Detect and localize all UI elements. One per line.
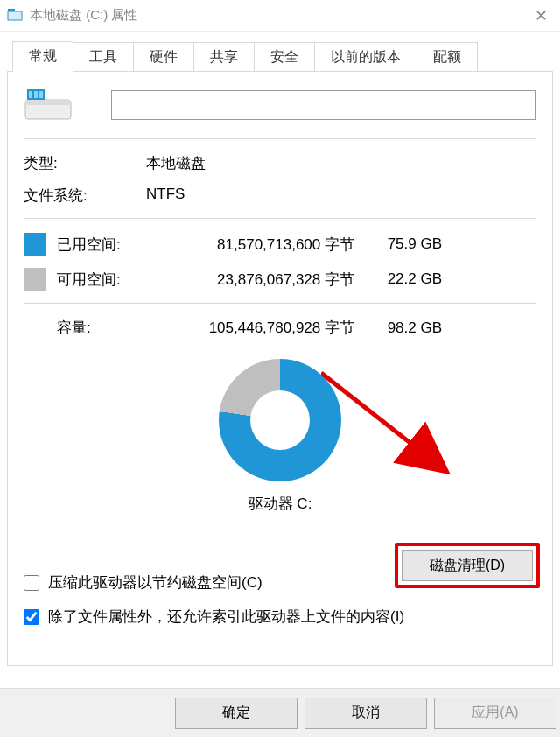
ok-button[interactable]: 确定 xyxy=(175,698,298,729)
compress-checkbox-label: 压缩此驱动器以节约磁盘空间(C) xyxy=(48,572,262,593)
separator xyxy=(24,138,536,139)
filesystem-value: NTFS xyxy=(146,186,536,206)
drive-letter-label: 驱动器 C: xyxy=(24,494,536,514)
separator xyxy=(24,303,536,304)
capacity-hr: 98.2 GB xyxy=(363,319,442,337)
svg-rect-5 xyxy=(29,91,32,98)
index-checkbox[interactable] xyxy=(24,609,39,625)
tab-security[interactable]: 安全 xyxy=(254,42,315,72)
svg-rect-0 xyxy=(8,11,22,20)
separator xyxy=(24,218,536,219)
svg-rect-1 xyxy=(8,9,15,11)
drive-name-input[interactable] xyxy=(111,90,536,120)
tab-quota[interactable]: 配额 xyxy=(416,42,478,72)
drive-icon-small xyxy=(7,8,23,24)
free-space-hr: 22.2 GB xyxy=(363,270,442,288)
close-icon[interactable]: ✕ xyxy=(529,6,553,25)
free-swatch-icon xyxy=(24,268,46,291)
apply-button[interactable]: 应用(A) xyxy=(434,698,556,729)
annotation-arrow-icon xyxy=(321,366,470,488)
tab-hardware[interactable]: 硬件 xyxy=(133,42,194,72)
capacity-bytes: 105,446,780,928 字节 xyxy=(171,318,363,338)
type-label: 类型: xyxy=(24,153,146,173)
filesystem-label: 文件系统: xyxy=(24,186,146,206)
dialog-buttons: 确定 取消 应用(A) xyxy=(0,688,560,737)
tab-previous-versions[interactable]: 以前的版本 xyxy=(314,42,417,72)
window-title: 本地磁盘 (C:) 属性 xyxy=(30,7,529,24)
capacity-label: 容量: xyxy=(24,318,171,338)
compress-checkbox[interactable] xyxy=(24,575,39,591)
used-space-label: 已用空间: xyxy=(57,235,171,255)
cancel-button[interactable]: 取消 xyxy=(304,698,427,729)
used-space-hr: 75.9 GB xyxy=(363,235,442,253)
tab-panel-general: 类型: 本地磁盘 文件系统: NTFS 已用空间: 81,570,713,600… xyxy=(7,71,553,666)
free-space-bytes: 23,876,067,328 字节 xyxy=(171,270,363,290)
tabs: 常规 工具 硬件 共享 安全 以前的版本 配额 xyxy=(12,40,553,71)
usage-chart xyxy=(24,350,536,490)
svg-rect-7 xyxy=(39,91,43,98)
annotation-highlight: 磁盘清理(D) xyxy=(395,543,540,588)
drive-icon xyxy=(24,88,73,123)
used-swatch-icon xyxy=(24,233,46,256)
index-checkbox-label: 除了文件属性外，还允许索引此驱动器上文件的内容(I) xyxy=(48,607,404,627)
donut-icon xyxy=(219,359,341,481)
tab-sharing[interactable]: 共享 xyxy=(193,42,255,72)
titlebar: 本地磁盘 (C:) 属性 ✕ xyxy=(0,0,560,32)
svg-rect-6 xyxy=(34,91,38,98)
tab-tools[interactable]: 工具 xyxy=(73,42,134,72)
svg-rect-3 xyxy=(25,100,71,105)
used-space-bytes: 81,570,713,600 字节 xyxy=(171,235,363,255)
free-space-label: 可用空间: xyxy=(57,270,171,290)
type-value: 本地磁盘 xyxy=(146,153,536,173)
tab-general[interactable]: 常规 xyxy=(12,41,74,72)
disk-cleanup-button[interactable]: 磁盘清理(D) xyxy=(402,550,533,581)
